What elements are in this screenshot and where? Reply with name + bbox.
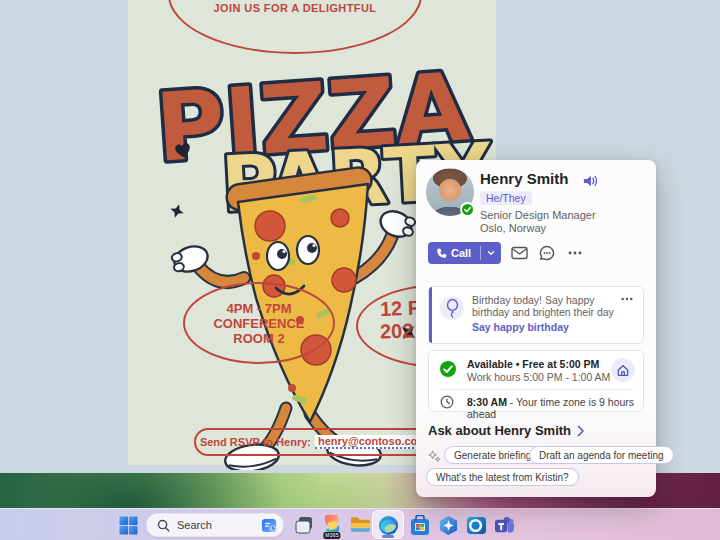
suggestion-pill[interactable]: What's the latest from Kristin? bbox=[426, 468, 579, 486]
availability-status: Available • Free at 5:00 PM bbox=[467, 358, 599, 370]
m365-app[interactable] bbox=[436, 513, 460, 537]
search-highlights-icon[interactable] bbox=[261, 517, 278, 534]
home-icon bbox=[616, 363, 630, 377]
call-split-button: Call bbox=[428, 242, 501, 264]
chevron-down-icon bbox=[486, 248, 496, 258]
profile-job-title: Senior Design Manager bbox=[480, 209, 596, 221]
birthday-message-line2: birthday and brighten their day bbox=[472, 306, 614, 318]
teams-app[interactable] bbox=[492, 513, 516, 537]
pronounce-name-button[interactable] bbox=[582, 173, 598, 189]
available-status-icon bbox=[439, 360, 457, 382]
profile-card: Henry Smith He/They Senior Design Manage… bbox=[416, 160, 656, 497]
rsvp-pill: Send RSVP to Henry: henry@contoso.com bbox=[194, 428, 436, 456]
clock-icon bbox=[440, 395, 454, 413]
task-view-button[interactable] bbox=[292, 513, 316, 537]
task-view-icon bbox=[294, 515, 314, 535]
m365-badge: M365 bbox=[323, 532, 340, 539]
schedule-oval: 4PM - 7PM CONFERENCE ROOM 2 bbox=[183, 282, 335, 364]
rsvp-email-link[interactable]: henry@contoso.com bbox=[315, 435, 430, 449]
windows-logo-icon bbox=[119, 516, 138, 535]
call-options-button[interactable] bbox=[481, 242, 501, 264]
envelope-icon bbox=[511, 246, 528, 260]
local-time-line: 8:30 AM - Your time zone is 9 hours ahea… bbox=[467, 396, 643, 420]
presence-badge bbox=[460, 202, 475, 217]
more-options-button[interactable] bbox=[565, 243, 585, 263]
profile-name: Henry Smith bbox=[480, 170, 568, 187]
m365-copilot-app[interactable]: M365 bbox=[320, 513, 344, 537]
check-icon bbox=[463, 205, 472, 214]
search-icon bbox=[157, 519, 170, 532]
email-button[interactable] bbox=[509, 243, 529, 263]
screen: JOIN US FOR A DELIGHTFUL PIZZA PARTY bbox=[0, 0, 720, 540]
chat-icon bbox=[539, 245, 555, 261]
suggestion-pill[interactable]: Generate briefing bbox=[444, 446, 541, 464]
edge-icon bbox=[378, 515, 399, 536]
ask-about-heading[interactable]: Ask about Henry Smith bbox=[428, 423, 585, 438]
work-location-button[interactable] bbox=[611, 358, 635, 382]
profile-location: Oslo, Norway bbox=[480, 222, 546, 234]
microsoft-store-icon bbox=[410, 515, 430, 536]
schedule-place: CONFERENCE bbox=[213, 316, 304, 331]
suggestion-pill[interactable]: Draft an agenda for meeting bbox=[529, 446, 674, 464]
outlook-app[interactable] bbox=[464, 513, 488, 537]
active-app-indicator bbox=[382, 535, 394, 538]
ellipsis-icon bbox=[568, 251, 582, 255]
start-button[interactable] bbox=[116, 513, 140, 537]
call-button[interactable]: Call bbox=[428, 247, 480, 259]
search-box[interactable]: Search bbox=[146, 513, 284, 537]
birthday-accent-bar bbox=[429, 287, 432, 343]
chevron-right-icon bbox=[577, 425, 585, 437]
copilot-sparkle-icon bbox=[428, 449, 441, 467]
file-explorer-app[interactable] bbox=[348, 513, 372, 537]
outlook-icon bbox=[466, 515, 487, 536]
ellipsis-icon bbox=[621, 297, 633, 301]
say-happy-birthday-link[interactable]: Say happy birthday bbox=[472, 321, 569, 333]
balloon-icon bbox=[445, 299, 460, 318]
speaker-icon bbox=[582, 173, 598, 189]
rsvp-label: Send RSVP to Henry: bbox=[200, 436, 311, 448]
teams-icon bbox=[494, 515, 515, 536]
heart-icon bbox=[174, 142, 192, 159]
birthday-card: Birthday today! Say happy birthday and b… bbox=[428, 286, 644, 344]
availability-card: Available • Free at 5:00 PM Work hours 5… bbox=[428, 350, 644, 412]
schedule-time: 4PM - 7PM bbox=[226, 301, 291, 316]
action-bar: Call bbox=[428, 242, 585, 264]
m365-diamond-icon bbox=[438, 515, 459, 536]
ask-about-label: Ask about Henry Smith bbox=[428, 423, 571, 438]
edge-app[interactable] bbox=[376, 513, 400, 537]
schedule-room: ROOM 2 bbox=[233, 331, 284, 346]
birthday-more-button[interactable] bbox=[619, 293, 635, 305]
file-explorer-icon bbox=[350, 516, 371, 534]
taskbar: Search bbox=[0, 508, 720, 540]
birthday-message-line1: Birthday today! Say happy bbox=[472, 294, 595, 306]
balloon-icon-circle bbox=[440, 296, 464, 320]
search-label: Search bbox=[177, 519, 261, 531]
date-line-2: 202 bbox=[380, 319, 414, 343]
store-app[interactable] bbox=[408, 513, 432, 537]
pronoun-badge: He/They bbox=[480, 191, 532, 205]
poster-tagline: JOIN US FOR A DELIGHTFUL bbox=[168, 2, 422, 14]
work-hours: Work hours 5:00 PM - 1:00 AM bbox=[467, 371, 610, 383]
call-label: Call bbox=[451, 247, 471, 259]
divider bbox=[439, 389, 633, 390]
local-time: 8:30 AM bbox=[467, 396, 507, 408]
chat-button[interactable] bbox=[537, 243, 557, 263]
phone-icon bbox=[436, 248, 447, 259]
